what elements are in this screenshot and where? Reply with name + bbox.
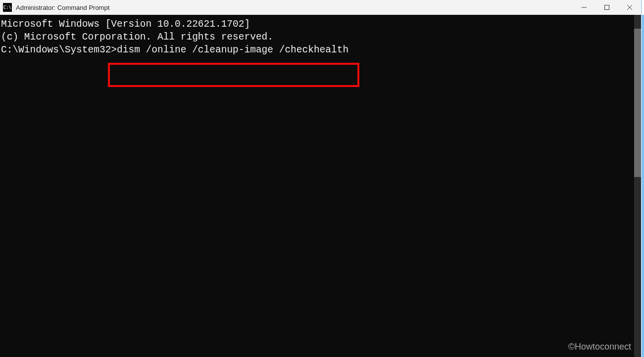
console-output[interactable]: Microsoft Windows [Version 10.0.22621.17…: [0, 15, 634, 357]
scrollbar-thumb[interactable]: [634, 29, 641, 177]
console-area: Microsoft Windows [Version 10.0.22621.17…: [0, 15, 641, 357]
accent-border: [642, 15, 644, 357]
maximize-button[interactable]: [595, 0, 618, 15]
command-prompt-window: C:\ Administrator: Command Prompt Micros…: [0, 0, 642, 357]
minimize-icon: [581, 4, 587, 10]
close-icon: [627, 4, 633, 10]
close-button[interactable]: [618, 0, 641, 15]
console-prompt: C:\Windows\System32>: [1, 45, 117, 55]
svg-rect-1: [605, 5, 609, 10]
maximize-icon: [604, 4, 610, 10]
titlebar[interactable]: C:\ Administrator: Command Prompt: [0, 0, 641, 15]
console-command[interactable]: dism /online /cleanup-image /checkhealth: [117, 45, 348, 55]
window-title: Administrator: Command Prompt: [16, 4, 573, 11]
console-line-version: Microsoft Windows [Version 10.0.22621.17…: [1, 18, 634, 31]
console-prompt-line: C:\Windows\System32>dism /online /cleanu…: [1, 44, 634, 56]
window-controls: [573, 0, 641, 15]
console-line-copyright: (c) Microsoft Corporation. All rights re…: [1, 31, 634, 44]
app-icon: C:\: [3, 3, 12, 12]
minimize-button[interactable]: [573, 0, 595, 15]
